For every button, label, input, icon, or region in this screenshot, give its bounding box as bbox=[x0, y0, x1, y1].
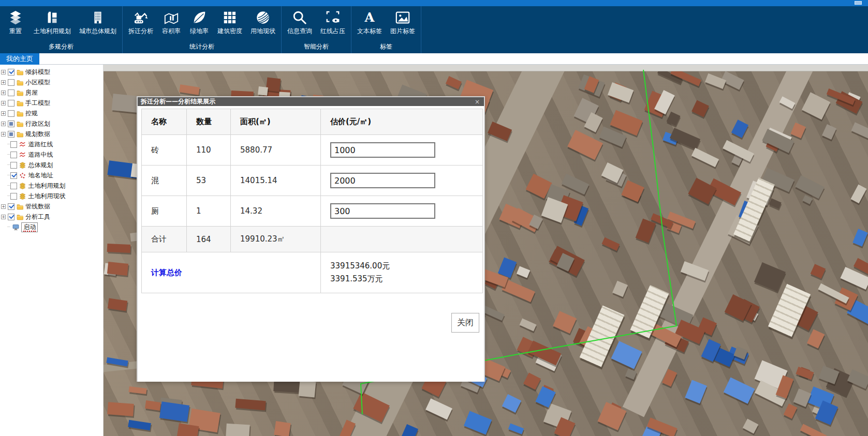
tree-item-管线数据[interactable]: +管线数据 bbox=[0, 201, 103, 212]
map-building bbox=[783, 403, 797, 418]
tree-checkbox-unchecked[interactable] bbox=[8, 110, 14, 117]
dialog-close-icon[interactable]: × bbox=[474, 98, 481, 106]
map-building bbox=[790, 123, 806, 139]
map-building bbox=[621, 180, 644, 202]
tree-guide-line: ┄ bbox=[7, 152, 9, 157]
tree-item-倾斜模型[interactable]: +倾斜模型 bbox=[0, 67, 103, 77]
tree-checkbox-unchecked[interactable] bbox=[10, 183, 17, 189]
layers-icon bbox=[19, 162, 26, 169]
redline-icon bbox=[325, 9, 341, 26]
tree-item-启动[interactable]: ┄启动 bbox=[0, 222, 103, 232]
toolbar-button-重置[interactable]: 重置 bbox=[4, 8, 27, 37]
toolbar-group-label: 多规分析 bbox=[3, 41, 119, 53]
toolbar-button-文本标签[interactable]: A文本标签 bbox=[356, 8, 384, 37]
toolbar-button-绿地率[interactable]: 绿地率 bbox=[188, 8, 211, 37]
tree-item-土地利用现状[interactable]: ┄土地利用现状 bbox=[0, 191, 103, 201]
tree-item-label: 道路红线 bbox=[28, 140, 53, 149]
tree-checkbox-unchecked[interactable] bbox=[8, 89, 14, 96]
cell-name: 厕 bbox=[142, 196, 187, 227]
close-button[interactable]: 关闭 bbox=[451, 313, 479, 333]
toolbar-button-红线占压[interactable]: 红线占压 bbox=[319, 8, 347, 37]
toolbar-button-容积率[interactable]: 容积率 bbox=[160, 8, 183, 37]
tree-item-道路中线[interactable]: ┄道路中线 bbox=[0, 149, 103, 160]
monitor-icon bbox=[12, 224, 19, 231]
tree-expander-icon[interactable]: + bbox=[1, 122, 6, 126]
tree-item-手工模型[interactable]: +手工模型 bbox=[0, 98, 103, 108]
toolbar-button-信息查询[interactable]: 信息查询 bbox=[286, 8, 314, 37]
tree-item-土地利用规划[interactable]: ┄土地利用规划 bbox=[0, 181, 103, 191]
tree-checkbox-checked[interactable] bbox=[8, 69, 14, 76]
tree-item-道路红线[interactable]: ┄道路红线 bbox=[0, 139, 103, 149]
tree-expander-icon[interactable]: + bbox=[1, 132, 6, 137]
tree-expander-icon[interactable]: + bbox=[1, 204, 6, 209]
tree-item-label: 土地利用规划 bbox=[28, 182, 65, 190]
tree-guide-line: ┄ bbox=[7, 162, 9, 168]
price-input-toilet[interactable] bbox=[330, 203, 435, 219]
tree-item-label: 土地利用现状 bbox=[28, 192, 65, 201]
folder-icon bbox=[17, 100, 23, 107]
toolbar-group-label: 标签 bbox=[355, 41, 418, 53]
tree-checkbox-unchecked[interactable] bbox=[10, 162, 17, 169]
tree-checkbox-unchecked[interactable] bbox=[10, 141, 17, 148]
map-building bbox=[666, 111, 680, 126]
grid-icon bbox=[222, 9, 238, 26]
tree-item-分析工具[interactable]: +分析工具 bbox=[0, 212, 103, 222]
tree-expander-icon[interactable]: + bbox=[1, 91, 6, 95]
price-input-brick[interactable] bbox=[330, 142, 435, 158]
svg-text:A: A bbox=[364, 10, 375, 25]
tree-checkbox-unchecked[interactable] bbox=[10, 193, 17, 200]
layers-icon bbox=[7, 9, 24, 26]
tree-checkbox-checked[interactable] bbox=[8, 214, 14, 220]
tree-item-总体规划[interactable]: ┄总体规划 bbox=[0, 160, 103, 170]
ribbon-toolbar: 重置土地利用规划城市总体规划多规分析拆迁分析容积率绿地率建筑密度用地现状统计分析… bbox=[0, 6, 868, 53]
toolbar-button-label: 文本标签 bbox=[357, 27, 382, 36]
cell-price bbox=[321, 166, 483, 196]
tree-checkbox-unchecked[interactable] bbox=[10, 152, 17, 158]
tree-checkbox-unchecked[interactable] bbox=[8, 100, 14, 107]
map-building bbox=[769, 198, 782, 208]
image-label-icon bbox=[394, 9, 411, 26]
toolbar-button-label: 建筑密度 bbox=[217, 27, 242, 36]
toolbar-button-label: 信息查询 bbox=[287, 27, 312, 36]
tree-item-地名地址[interactable]: ┄地名地址 bbox=[0, 170, 103, 181]
tree-expander-icon[interactable]: + bbox=[1, 215, 6, 219]
tree-item-小区模型[interactable]: +小区模型 bbox=[0, 77, 103, 87]
tree-guide-line: ┄ bbox=[7, 224, 9, 230]
toolbar-button-图片标签[interactable]: 图片标签 bbox=[389, 8, 417, 37]
tree-checkbox-checked[interactable] bbox=[10, 172, 17, 179]
tree-item-房屋[interactable]: +房屋 bbox=[0, 87, 103, 98]
toolbar-button-建筑密度[interactable]: 建筑密度 bbox=[216, 8, 244, 37]
toolbar-button-拆迁分析[interactable]: 拆迁分析 bbox=[127, 8, 155, 37]
tree-checkbox-unchecked[interactable] bbox=[8, 79, 14, 86]
tree-expander-icon[interactable]: + bbox=[1, 111, 6, 116]
excavator-icon bbox=[133, 9, 149, 26]
tree-item-label[interactable]: 启动 bbox=[21, 222, 38, 232]
cell-name: 混 bbox=[142, 166, 187, 196]
tree-expander-icon[interactable]: + bbox=[1, 80, 6, 85]
tree-item-控规[interactable]: +控规 bbox=[0, 108, 103, 118]
dialog-titlebar[interactable]: 拆迁分析——分析结果展示 × bbox=[138, 97, 484, 106]
map-building bbox=[635, 218, 656, 243]
map-building bbox=[258, 86, 268, 96]
toolbar-button-用地现状[interactable]: 用地现状 bbox=[249, 8, 277, 37]
compute-total-link[interactable]: 计算总价 bbox=[151, 268, 182, 277]
tree-item-规划数据[interactable]: +规划数据 bbox=[0, 129, 103, 139]
toolbar-button-城市总体规划[interactable]: 城市总体规划 bbox=[78, 8, 118, 37]
map-building bbox=[107, 402, 134, 417]
tree-checkbox-checked[interactable] bbox=[8, 203, 14, 210]
map-building bbox=[128, 386, 146, 394]
tree-expander-icon[interactable]: + bbox=[1, 101, 6, 106]
tree-item-label: 分析工具 bbox=[25, 213, 50, 221]
window-controls-icon[interactable] bbox=[855, 1, 862, 5]
tree-checkbox-partial[interactable] bbox=[8, 131, 14, 138]
compute-row: 计算总价 33915346.00元 3391.535万元 bbox=[142, 252, 483, 293]
tree-item-行政区划[interactable]: +行政区划 bbox=[0, 118, 103, 129]
toolbar-button-土地利用规划[interactable]: 土地利用规划 bbox=[32, 8, 72, 37]
price-input-mixed[interactable] bbox=[330, 173, 435, 188]
map-building bbox=[179, 84, 200, 95]
folder-icon bbox=[17, 69, 23, 76]
tree-expander-icon[interactable]: + bbox=[1, 70, 6, 74]
map-building bbox=[523, 373, 541, 390]
tab-my-homepage[interactable]: 我的主页 bbox=[0, 53, 39, 65]
tree-checkbox-partial[interactable] bbox=[8, 121, 14, 127]
